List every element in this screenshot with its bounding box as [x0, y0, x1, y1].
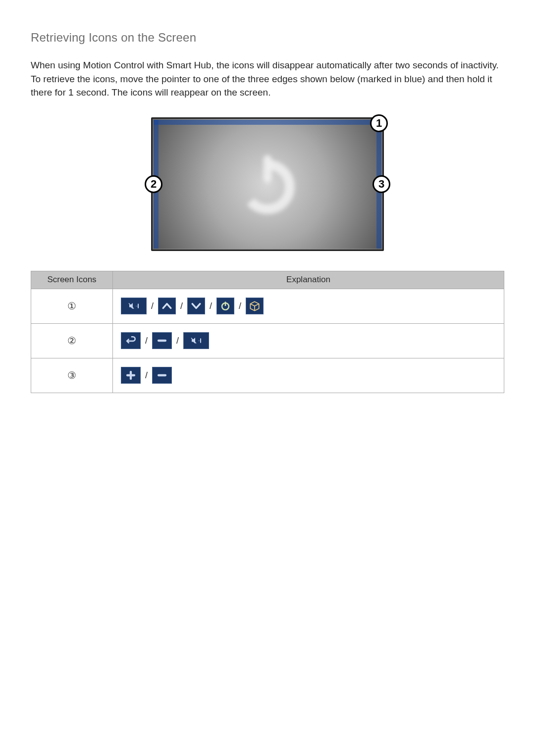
- minus-icon: [152, 332, 172, 349]
- row-marker-3: ③: [67, 370, 76, 381]
- separator: /: [145, 370, 148, 381]
- mute-speaker-icon: ↔: [183, 332, 209, 349]
- th-screen-icons: Screen Icons: [31, 271, 113, 289]
- edge-top: [154, 120, 381, 125]
- marker-3: 3: [373, 175, 390, 193]
- marker-2: 2: [145, 175, 162, 193]
- separator: /: [180, 301, 183, 311]
- svg-rect-14: [200, 339, 201, 343]
- separator: /: [145, 336, 148, 346]
- separator: /: [176, 336, 179, 346]
- power-icon: [233, 150, 302, 219]
- row-marker-1: ①: [67, 301, 76, 311]
- chevron-up-icon: [158, 298, 176, 314]
- table-row: ③ /: [31, 358, 504, 393]
- tv-frame: [151, 117, 384, 251]
- icon-table: Screen Icons Explanation ① ↔ /: [31, 271, 504, 393]
- power-small-icon: [216, 298, 234, 314]
- svg-rect-1: [264, 155, 272, 183]
- marker-1: 1: [370, 114, 388, 132]
- table-row: ① ↔ / / /: [31, 289, 504, 323]
- plus-icon: [121, 367, 141, 384]
- page-title: Retrieving Icons on the Screen: [31, 31, 504, 45]
- chevron-down-icon: [187, 298, 205, 314]
- separator: /: [238, 301, 242, 311]
- mute-speaker-icon: ↔: [121, 298, 147, 314]
- separator: /: [209, 301, 213, 311]
- table-row: ② / / ↔: [31, 323, 504, 358]
- screen-illustration: 1 2 3: [151, 117, 384, 251]
- minus-icon: [152, 367, 172, 384]
- body-paragraph: When using Motion Control with Smart Hub…: [31, 58, 504, 100]
- separator: /: [151, 301, 154, 311]
- return-icon: [121, 332, 141, 349]
- cube-icon: [246, 298, 264, 314]
- row-marker-2: ②: [67, 335, 76, 346]
- th-explanation: Explanation: [113, 271, 504, 289]
- svg-rect-5: [138, 304, 139, 308]
